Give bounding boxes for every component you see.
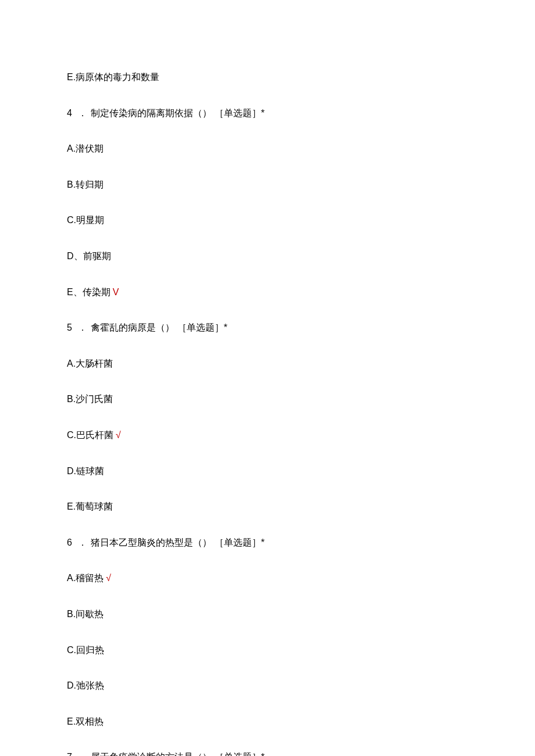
- separator: ．: [78, 538, 87, 547]
- question-number: 7: [67, 752, 72, 756]
- question-number: 4: [67, 108, 72, 118]
- q6-option-c: C.回归热: [67, 643, 468, 658]
- q5-option-a: A.大肠杆菌: [67, 356, 468, 371]
- q4-option-b: B.转归期: [67, 177, 468, 192]
- q5-option-c: C.巴氏杆菌√: [67, 428, 468, 443]
- question-number: 5: [67, 323, 72, 332]
- question-text: 属于免疫学诊断的方法是（）: [91, 752, 212, 756]
- correct-mark: V: [113, 287, 119, 297]
- q5-option-d: D.链球菌: [67, 464, 468, 479]
- question-tag: ［单选题］*: [215, 108, 265, 118]
- separator: ．: [78, 323, 87, 332]
- q6-option-a: A.稽留热√: [67, 571, 468, 586]
- question-tag: ［单选题］*: [177, 323, 227, 332]
- option-label: C.巴氏杆菌: [67, 430, 113, 440]
- q6-option-d: D.弛张热: [67, 678, 468, 693]
- question-7: 7 ．属于免疫学诊断的方法是（） ［单选题］*: [67, 750, 468, 756]
- q4-option-a: A.潜伏期: [67, 141, 468, 156]
- question-number: 6: [67, 538, 72, 547]
- correct-mark: √: [116, 430, 121, 440]
- document-body: E.病原体的毒力和数量 4 ．制定传染病的隔离期依据（） ［单选题］* A.潜伏…: [0, 0, 535, 756]
- correct-mark: √: [106, 573, 111, 583]
- q3-option-e: E.病原体的毒力和数量: [67, 70, 468, 85]
- q4-option-c: C.明显期: [67, 213, 468, 228]
- question-5: 5 ．禽霍乱的病原是（） ［单选题］*: [67, 320, 468, 335]
- option-label: A.稽留热: [67, 573, 104, 583]
- option-label: E、传染期: [67, 287, 110, 297]
- question-text: 猪日本乙型脑炎的热型是（）: [91, 538, 212, 547]
- q5-option-b: B.沙门氏菌: [67, 392, 468, 407]
- q6-option-b: B.间歇热: [67, 607, 468, 622]
- separator: ．: [78, 752, 87, 756]
- question-tag: ［单选题］*: [215, 538, 265, 547]
- question-text: 禽霍乱的病原是（）: [91, 323, 174, 332]
- question-tag: ［单选题］*: [215, 752, 265, 756]
- q4-option-e: E、传染期V: [67, 285, 468, 300]
- q6-option-e: E.双相热: [67, 714, 468, 729]
- q5-option-e: E.葡萄球菌: [67, 499, 468, 514]
- question-6: 6 ．猪日本乙型脑炎的热型是（） ［单选题］*: [67, 535, 468, 550]
- question-4: 4 ．制定传染病的隔离期依据（） ［单选题］*: [67, 106, 468, 121]
- separator: ．: [78, 108, 87, 118]
- question-text: 制定传染病的隔离期依据（）: [91, 108, 212, 118]
- q4-option-d: D、前驱期: [67, 249, 468, 264]
